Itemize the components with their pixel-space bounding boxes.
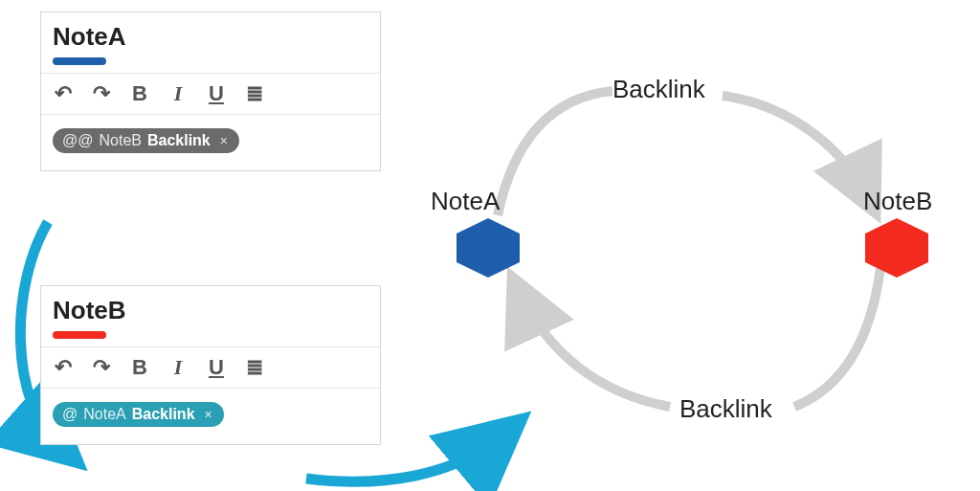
italic-button[interactable]: I	[167, 355, 189, 380]
note-card-b: NoteB ↶ ↷ B I U ≣ @ NoteA Backlink ×	[40, 285, 381, 445]
note-content[interactable]: @ NoteA Backlink ×	[41, 389, 380, 444]
hexagon-node-a	[455, 218, 522, 276]
redo-icon[interactable]: ↷	[91, 81, 112, 106]
bold-button[interactable]: B	[129, 355, 150, 380]
chip-prefix: @@	[62, 132, 93, 149]
chip-target: NoteA	[83, 406, 125, 423]
undo-icon[interactable]: ↶	[53, 355, 74, 380]
svg-marker-0	[457, 218, 520, 278]
backlink-chip[interactable]: @@ NoteB Backlink ×	[53, 128, 239, 153]
chip-target: NoteB	[99, 132, 141, 149]
underline-button[interactable]: U	[206, 81, 227, 106]
note-card-a: NoteA ↶ ↷ B I U ≣ @@ NoteB Backlink ×	[40, 11, 381, 171]
list-icon[interactable]: ≣	[244, 355, 265, 380]
list-icon[interactable]: ≣	[244, 81, 265, 106]
hexagon-node-b	[863, 218, 930, 276]
bold-button[interactable]: B	[129, 81, 150, 106]
graph-node-label-a: NoteA	[431, 187, 500, 216]
undo-icon[interactable]: ↶	[53, 81, 74, 106]
italic-button[interactable]: I	[167, 81, 189, 106]
backlink-chip[interactable]: @ NoteA Backlink ×	[53, 402, 224, 427]
editor-toolbar: ↶ ↷ B I U ≣	[41, 346, 380, 389]
accent-bar	[53, 57, 106, 65]
graph-node-label-b: NoteB	[863, 187, 932, 216]
graph-edge-label-top: Backlink	[612, 75, 705, 104]
note-content[interactable]: @@ NoteB Backlink ×	[41, 115, 380, 170]
close-icon[interactable]: ×	[220, 133, 228, 148]
chip-prefix: @	[62, 406, 78, 423]
chip-suffix: Backlink	[147, 132, 211, 149]
graph-edge-label-bottom: Backlink	[679, 394, 772, 424]
underline-button[interactable]: U	[206, 355, 227, 380]
note-title: NoteA	[41, 12, 380, 54]
redo-icon[interactable]: ↷	[91, 355, 112, 380]
stage: NoteA ↶ ↷ B I U ≣ @@ NoteB Backlink × No…	[0, 0, 980, 491]
chip-suffix: Backlink	[132, 406, 195, 423]
editor-toolbar: ↶ ↷ B I U ≣	[41, 73, 380, 115]
note-title: NoteB	[41, 286, 380, 327]
close-icon[interactable]: ×	[205, 407, 212, 422]
accent-bar	[53, 331, 106, 339]
svg-marker-1	[865, 218, 928, 278]
